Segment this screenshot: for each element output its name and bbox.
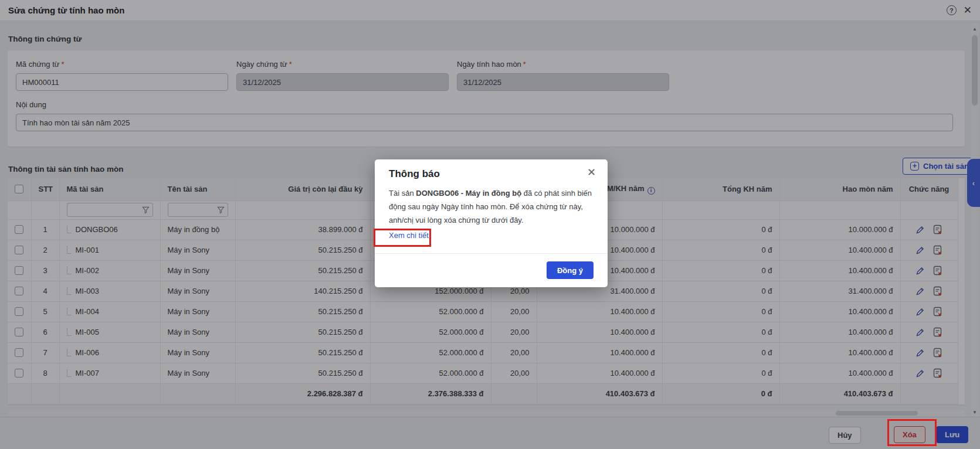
modal-title: Thông báo — [389, 168, 440, 180]
asset-name-bold: DONGBO06 - Máy in đồng bộ — [416, 189, 521, 198]
modal-message: Tài sản DONGBO06 - Máy in đồng bộ đã có … — [389, 187, 595, 227]
confirm-button[interactable]: Đồng ý — [547, 261, 594, 279]
modal-divider — [375, 253, 608, 254]
notification-modal: Thông báo ✕ Tài sản DONGBO06 - Máy in đồ… — [375, 159, 608, 287]
modal-close-icon[interactable]: ✕ — [587, 167, 596, 178]
view-detail-link[interactable]: Xem chi tiết — [389, 231, 429, 240]
